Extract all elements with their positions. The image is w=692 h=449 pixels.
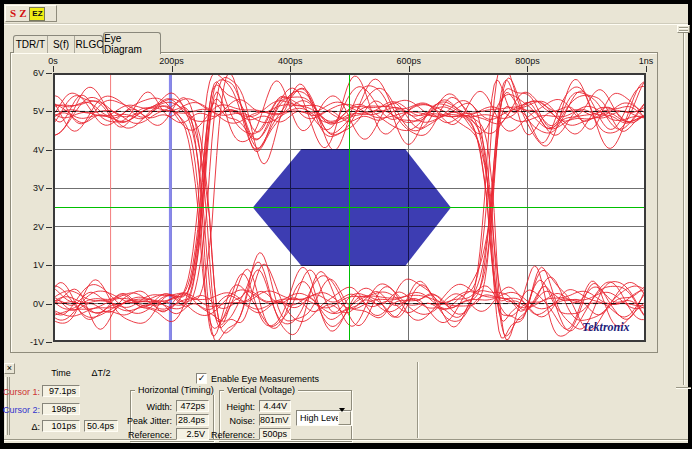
voltage-reference-field: 500ps [259, 428, 291, 440]
panel-close-button[interactable]: × [4, 363, 15, 374]
y-axis-tick-mark [46, 304, 52, 305]
column-header-delta-t2: ΔT/2 [84, 368, 118, 378]
noise-level-select[interactable]: High Level [296, 410, 352, 426]
app-window: S Z EZ TDR/T S(f) RLGC Eye Diagram Tektr… [0, 0, 692, 449]
x-axis-tick-label: 1ns [639, 56, 654, 66]
y-axis-tick-label: 0V [8, 299, 44, 309]
horizontal-timing-group: Horizontal (Timing) Width: 472ps Peak Ji… [130, 390, 214, 442]
cursor2-label: Cursor 2: [3, 405, 40, 415]
y-axis-tick-label: 2V [8, 222, 44, 232]
y-axis-tick-mark [46, 150, 52, 151]
dropdown-button[interactable] [338, 411, 351, 425]
cursor1-label: Cursor 1: [3, 387, 40, 397]
y-axis-tick-mark [46, 265, 52, 266]
x-axis-tick-mark [409, 66, 410, 72]
y-axis-tick-label: 1V [8, 260, 44, 270]
tektronix-logo: Tektronix [582, 320, 630, 335]
x-axis-tick-label: 400ps [278, 56, 303, 66]
width-field: 472ps [176, 400, 209, 412]
x-axis-tick-label: 600ps [397, 56, 422, 66]
x-axis-tick-label: 200ps [159, 56, 184, 66]
enable-eye-measurements-label: Enable Eye Measurements [211, 374, 319, 384]
x-axis-tick-label: 800ps [515, 56, 540, 66]
x-axis-tick-mark [53, 66, 54, 72]
y-axis-tick-label: 5V [8, 106, 44, 116]
y-axis-tick-mark [46, 227, 52, 228]
bottom-splitter[interactable] [4, 439, 688, 441]
y-axis-tick-mark [46, 342, 52, 343]
y-axis-tick-label: -1V [8, 337, 44, 347]
y-axis-tick-label: 3V [8, 183, 44, 193]
tab-tdr-t[interactable]: TDR/T [14, 36, 48, 53]
impedance-z-icon[interactable]: Z [19, 8, 26, 19]
cursor1-time-field: 97.1ps [42, 385, 80, 397]
x-axis-tick-mark [290, 66, 291, 72]
timing-reference-field: 2.5V [176, 428, 209, 440]
enable-eye-measurements-checkbox[interactable]: ✓ [196, 373, 207, 384]
column-header-time: Time [42, 368, 80, 378]
peak-jitter-label: Peak Jitter: [127, 416, 172, 426]
x-axis-tick-label: 0s [48, 56, 58, 66]
x-axis-tick-mark [172, 66, 173, 72]
toolbar-divider [4, 23, 688, 25]
y-axis-tick-label: 6V [8, 68, 44, 78]
x-axis-tick-mark [646, 66, 647, 72]
height-field: 4.44V [259, 400, 291, 412]
noise-field: 801mV [259, 414, 291, 426]
panel-vertical-divider [417, 362, 419, 438]
cursor2-time-field: 198ps [42, 403, 80, 415]
y-axis-tick-mark [46, 188, 52, 189]
vertical-voltage-group: Vertical (Voltage) Height: 4.44V Noise: … [219, 390, 352, 442]
vertical-voltage-title: Vertical (Voltage) [224, 385, 298, 395]
tab-s-f[interactable]: S(f) [48, 36, 75, 53]
delta-label: Δ: [31, 422, 40, 432]
right-splitter-tick [676, 387, 691, 389]
eye-diagram-plot[interactable] [53, 73, 646, 342]
height-label: Height: [226, 402, 255, 412]
tab-rlgc[interactable]: RLGC [75, 36, 104, 53]
y-axis-tick-mark [46, 111, 52, 112]
right-splitter-grip[interactable] [677, 25, 690, 33]
toolbar: S Z EZ [5, 5, 57, 22]
delta-time-field: 101ps [42, 420, 80, 432]
peak-jitter-field: 28.4ps [176, 414, 209, 426]
y-axis-tick-mark [46, 73, 52, 74]
delta-t2-field: 50.4ps [84, 420, 118, 432]
noise-level-value: High Level [300, 413, 343, 423]
noise-label: Noise: [229, 416, 255, 426]
chevron-down-icon [339, 408, 345, 425]
checkmark-icon: ✓ [198, 373, 206, 383]
tab-eye-diagram[interactable]: Eye Diagram [103, 32, 161, 54]
eye-diagram-ez-icon[interactable]: EZ [29, 7, 45, 21]
s-parameters-icon[interactable]: S [10, 8, 16, 19]
right-splitter[interactable] [683, 33, 685, 385]
horizontal-timing-title: Horizontal (Timing) [135, 385, 217, 395]
y-axis-tick-label: 4V [8, 145, 44, 155]
tab-strip: TDR/T S(f) RLGC [13, 35, 103, 53]
x-axis-tick-mark [527, 66, 528, 72]
width-label: Width: [146, 402, 172, 412]
